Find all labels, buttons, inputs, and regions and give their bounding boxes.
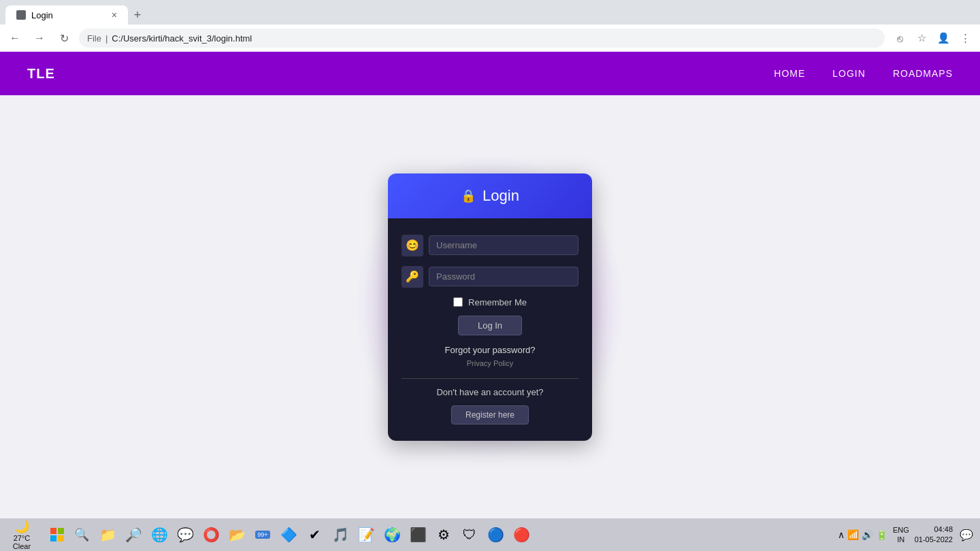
weather-icon: 🌙 [14,519,29,534]
menu-button[interactable]: ⋮ [956,29,975,48]
taskbar-terminal-icon[interactable]: ⬛ [406,522,430,547]
taskbar-onenote-icon[interactable]: 📝 [354,522,378,547]
lang-primary: ENG [893,525,909,535]
divider [402,378,578,379]
chevron-up-icon[interactable]: ∧ [838,529,845,540]
login-card: 🔒 Login 😊 🔑 Remember Me Log In Forgo [388,173,592,441]
svg-rect-3 [58,535,64,541]
nav-roadmaps[interactable]: ROADMAPS [893,68,953,79]
register-button[interactable]: Register here [451,405,529,424]
weather-condition: Clear [13,542,31,550]
lang-secondary: IN [893,535,909,544]
refresh-button[interactable]: ↻ [54,29,74,48]
svg-rect-0 [50,528,56,534]
battery-icon[interactable]: 🔋 [876,529,887,540]
system-tray: ∧ 📶 🔊 🔋 [838,529,887,540]
tab-title: Login [31,10,53,20]
user-icon: 😊 [402,235,423,256]
username-input[interactable] [429,235,578,255]
start-button[interactable] [46,524,68,546]
taskbar-browser2-icon[interactable]: 🌍 [380,522,404,547]
card-body: 😊 🔑 Remember Me Log In Forgot your passw… [388,218,592,441]
taskbar-vscode-icon[interactable]: 🔵 [483,522,508,547]
nav-login[interactable]: LOGIN [832,68,866,79]
search-button[interactable]: 🔍 [71,524,93,546]
tab-bar: Login × + [0,0,980,24]
tab-favicon [16,10,26,20]
remember-checkbox[interactable] [453,297,463,307]
nav-home[interactable]: HOME [774,68,805,79]
forward-button[interactable]: → [30,29,49,48]
forgot-password-link[interactable]: Forgot your password? [402,345,578,355]
taskbar-right: ∧ 📶 🔊 🔋 ENG IN 04:48 01-05-2022 💬 [838,524,975,546]
tab-close-button[interactable]: × [112,10,117,20]
weather-temp: 27°C [14,534,31,542]
taskbar-chrome-icon[interactable]: ⭕ [199,522,223,547]
profile-button[interactable]: 👤 [934,29,953,48]
taskbar-edge-icon[interactable]: 🌐 [147,522,172,547]
taskbar-pinned-icons: 📁 🔎 🌐 💬 ⭕ 📂 99+ 🔷 ✔ 🎵 📝 🌍 ⬛ ⚙ 🛡 🔵 🔴 [95,522,534,547]
active-tab[interactable]: Login × [5,5,128,24]
card-header-title: Login [483,187,519,205]
address-box[interactable]: File | C:/Users/kirti/hack_svit_3/login.… [79,29,885,48]
taskbar-discord-icon[interactable]: 💬 [173,522,197,547]
new-tab-button[interactable]: + [128,5,147,24]
main-area: 🔒 Login 😊 🔑 Remember Me Log In Forgo [0,95,980,518]
language-indicator: ENG IN [893,525,909,545]
username-group: 😊 [402,235,578,256]
taskbar-spotify-icon[interactable]: 🎵 [328,522,353,547]
browser-actions: ⎋ ☆ 👤 ⋮ [890,29,975,48]
address-url: C:/Users/kirti/hack_svit_3/login.html [112,33,252,44]
taskbar-office-icon[interactable]: 🔷 [276,522,301,547]
address-protocol: File [87,33,101,44]
taskbar-settings-icon[interactable]: ⚙ [431,522,456,547]
address-bar-row: ← → ↻ File | C:/Users/kirti/hack_svit_3/… [0,24,980,52]
back-button[interactable]: ← [5,29,24,48]
svg-rect-1 [58,528,64,534]
no-account-text: Don't have an account yet? [402,387,578,397]
taskbar-teams-icon[interactable]: 📁 [95,522,120,547]
navbar-links: HOME LOGIN ROADMAPS [774,68,953,79]
card-header: 🔒 Login [388,173,592,218]
clock-time: 04:48 [915,524,953,535]
system-clock[interactable]: 04:48 01-05-2022 [915,524,953,546]
notification-button[interactable]: 💬 [958,527,975,543]
browser-chrome: Login × + ← → ↻ File | C:/Users/kirti/ha… [0,0,980,52]
network-icon[interactable]: 📶 [847,529,859,540]
privacy-policy-link[interactable]: Privacy Policy [402,359,578,367]
taskbar-security-icon[interactable]: 🛡 [457,522,482,547]
taskbar-search-icon[interactable]: 🔎 [121,522,146,547]
taskbar-notification-icon[interactable]: 99+ [250,522,275,547]
taskbar-files-icon[interactable]: 📂 [225,522,249,547]
navbar-brand: TLE [27,66,55,82]
taskbar-chrome2-icon[interactable]: 🔴 [509,522,534,547]
navbar: TLE HOME LOGIN ROADMAPS [0,52,980,95]
clock-date: 01-05-2022 [915,535,953,545]
svg-rect-2 [50,535,56,541]
bookmark-button[interactable]: ☆ [912,29,931,48]
address-separator: | [105,33,108,44]
taskbar-weather: 🌙 27°C Clear [5,519,38,550]
login-button[interactable]: Log In [458,316,522,335]
remember-me-group: Remember Me [402,297,578,307]
notification-badge: 99+ [255,531,270,539]
taskbar: 🌙 27°C Clear 🔍 📁 🔎 🌐 💬 ⭕ 📂 99+ 🔷 ✔ 🎵 📝 🌍… [0,518,980,551]
password-input[interactable] [429,267,578,286]
share-button[interactable]: ⎋ [890,29,909,48]
remember-label: Remember Me [468,297,527,307]
volume-icon[interactable]: 🔊 [862,529,873,540]
key-icon: 🔑 [402,266,423,288]
password-group: 🔑 [402,266,578,288]
taskbar-todo-icon[interactable]: ✔ [302,522,327,547]
lock-icon: 🔒 [461,188,476,203]
